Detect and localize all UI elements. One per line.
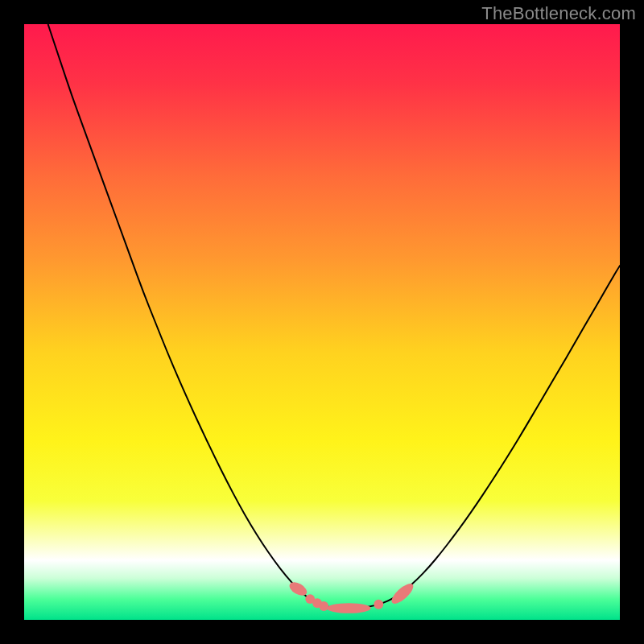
- curve-marker: [319, 601, 328, 611]
- outer-frame: TheBottleneck.com: [0, 0, 644, 644]
- plot-area: [24, 24, 620, 620]
- curve-marker: [374, 600, 383, 609]
- chart-svg: [24, 24, 620, 620]
- gradient-background: [24, 24, 620, 620]
- watermark-text: TheBottleneck.com: [481, 3, 636, 24]
- curve-marker: [327, 603, 371, 613]
